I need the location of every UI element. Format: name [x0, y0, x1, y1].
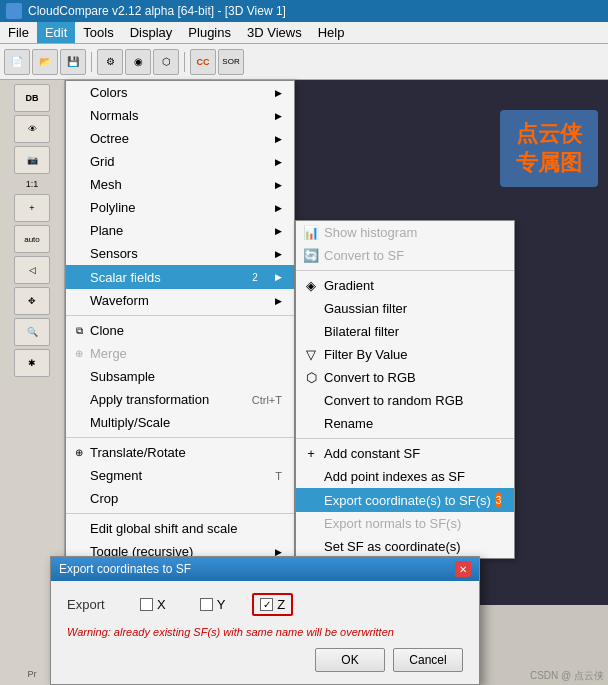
dialog-buttons: OK Cancel	[67, 648, 463, 672]
dialog-titlebar: Export coordinates to SF ✕	[51, 557, 479, 581]
menu-item-mesh[interactable]: Mesh ▶	[66, 173, 294, 196]
sidebar-zoom[interactable]: 🔍	[14, 318, 50, 346]
arrow-grid: ▶	[275, 157, 282, 167]
app-icon	[6, 3, 22, 19]
dialog-close-button[interactable]: ✕	[455, 561, 471, 577]
menu-item-clone[interactable]: ⧉ Clone	[66, 319, 294, 342]
menu-help[interactable]: Help	[310, 22, 353, 43]
scalar-fields-right: 2 ▶	[243, 269, 282, 285]
watermark-line2: 专属图	[516, 149, 582, 178]
menu-item-grid[interactable]: Grid ▶	[66, 150, 294, 173]
scalar-fields-badge: 2	[247, 269, 263, 285]
warning-text: Warning: already existing SF(s) with sam…	[67, 626, 463, 638]
sidebar-db[interactable]: DB	[14, 84, 50, 112]
z-checkbox-wrapper: ✓ Z	[252, 593, 293, 616]
submenu-item-export-coordinates[interactable]: Export coordinate(s) to SF(s) 3	[296, 488, 514, 512]
x-checkbox-wrapper: X	[133, 594, 173, 615]
toolbar-btn-2[interactable]: ◉	[125, 49, 151, 75]
submenu-item-convert-sf: 🔄 Convert to SF	[296, 244, 514, 267]
sidebar-pr-label: Pr	[26, 667, 39, 681]
menu-item-plane[interactable]: Plane ▶	[66, 219, 294, 242]
y-checkbox-wrapper: Y	[193, 594, 233, 615]
sidebar-move[interactable]: ✥	[14, 287, 50, 315]
menu-tools[interactable]: Tools	[75, 22, 121, 43]
menu-3dviews[interactable]: 3D Views	[239, 22, 310, 43]
toolbar-save[interactable]: 💾	[60, 49, 86, 75]
arrow-octree: ▶	[275, 134, 282, 144]
arrow-sensors: ▶	[275, 249, 282, 259]
submenu-item-show-histogram: 📊 Show histogram	[296, 221, 514, 244]
toolbar-sep-1	[91, 52, 92, 72]
menu-item-waveform[interactable]: Waveform ▶	[66, 289, 294, 312]
menu-item-apply-transform[interactable]: Apply transformation Ctrl+T	[66, 388, 294, 411]
menu-bar: File Edit Tools Display Plugins 3D Views…	[0, 22, 608, 44]
menu-item-normals[interactable]: Normals ▶	[66, 104, 294, 127]
shortcut-segment: T	[275, 470, 282, 482]
ok-button[interactable]: OK	[315, 648, 385, 672]
title-bar: CloudCompare v2.12 alpha [64-bit] - [3D …	[0, 0, 608, 22]
arrow-normals: ▶	[275, 111, 282, 121]
submenu-item-filter-by-value[interactable]: ▽ Filter By Value	[296, 343, 514, 366]
menu-item-crop[interactable]: Crop	[66, 487, 294, 510]
toolbar-btn-1[interactable]: ⚙	[97, 49, 123, 75]
x-label: X	[157, 597, 166, 612]
menu-item-multiply-scale[interactable]: Multiply/Scale	[66, 411, 294, 434]
menu-item-octree[interactable]: Octree ▶	[66, 127, 294, 150]
menu-edit[interactable]: Edit	[37, 22, 75, 43]
cancel-button[interactable]: Cancel	[393, 648, 463, 672]
submenu-sep-2	[296, 438, 514, 439]
toolbar-btn-3[interactable]: ⬡	[153, 49, 179, 75]
filter-icon: ▽	[302, 346, 320, 364]
csdn-badge: CSDN @ 点云侠	[530, 669, 604, 683]
rgb-icon: ⬡	[302, 369, 320, 387]
z-checkbox[interactable]: ✓	[260, 598, 273, 611]
menu-item-polyline[interactable]: Polyline ▶	[66, 196, 294, 219]
x-checkbox[interactable]	[140, 598, 153, 611]
submenu-item-set-sf-coord[interactable]: Set SF as coordinate(s)	[296, 535, 514, 558]
submenu-item-gaussian[interactable]: Gaussian filter	[296, 297, 514, 320]
sidebar-plus[interactable]: +	[14, 194, 50, 222]
submenu-item-bilateral[interactable]: Bilateral filter	[296, 320, 514, 343]
submenu-item-random-rgb[interactable]: Convert to random RGB	[296, 389, 514, 412]
gradient-icon: ◈	[302, 277, 320, 295]
arrow-mesh: ▶	[275, 180, 282, 190]
arrow-plane: ▶	[275, 226, 282, 236]
menu-item-edit-global-shift[interactable]: Edit global shift and scale	[66, 517, 294, 540]
menu-item-colors[interactable]: Colors ▶	[66, 81, 294, 104]
menu-item-segment[interactable]: Segment T	[66, 464, 294, 487]
sidebar-view[interactable]: 👁	[14, 115, 50, 143]
sidebar-select[interactable]: ✱	[14, 349, 50, 377]
sep-1	[66, 315, 294, 316]
arrow-toggle: ▶	[275, 547, 282, 557]
convert-sf-icon: 🔄	[302, 247, 320, 265]
menu-file[interactable]: File	[0, 22, 37, 43]
sidebar-camera[interactable]: 📷	[14, 146, 50, 174]
histogram-icon: 📊	[302, 224, 320, 242]
sidebar-auto[interactable]: auto	[14, 225, 50, 253]
submenu-item-export-normals: Export normals to SF(s)	[296, 512, 514, 535]
menu-plugins[interactable]: Plugins	[180, 22, 239, 43]
arrow-polyline: ▶	[275, 203, 282, 213]
toolbar-btn-sor[interactable]: SOR	[218, 49, 244, 75]
sep-3	[66, 513, 294, 514]
export-sf-dialog: Export coordinates to SF ✕ Export X Y ✓ …	[50, 556, 480, 685]
submenu-item-gradient[interactable]: ◈ Gradient	[296, 274, 514, 297]
menu-item-translate[interactable]: ⊕ Translate/Rotate	[66, 441, 294, 464]
sidebar-ratio-label: 1:1	[24, 177, 41, 191]
sidebar-left-arrow[interactable]: ◁	[14, 256, 50, 284]
menu-display[interactable]: Display	[122, 22, 181, 43]
shortcut-apply: Ctrl+T	[252, 394, 282, 406]
y-checkbox[interactable]	[200, 598, 213, 611]
arrow-colors: ▶	[275, 88, 282, 98]
submenu-item-add-constant[interactable]: + Add constant SF	[296, 442, 514, 465]
export-label: Export	[67, 597, 117, 612]
submenu-item-convert-rgb[interactable]: ⬡ Convert to RGB	[296, 366, 514, 389]
menu-item-scalar-fields[interactable]: Scalar fields 2 ▶	[66, 265, 294, 289]
toolbar-new[interactable]: 📄	[4, 49, 30, 75]
toolbar-btn-cc1[interactable]: CC	[190, 49, 216, 75]
toolbar-open[interactable]: 📂	[32, 49, 58, 75]
submenu-item-add-point-indexes[interactable]: Add point indexes as SF	[296, 465, 514, 488]
menu-item-sensors[interactable]: Sensors ▶	[66, 242, 294, 265]
submenu-item-rename[interactable]: Rename	[296, 412, 514, 435]
menu-item-subsample[interactable]: Subsample	[66, 365, 294, 388]
